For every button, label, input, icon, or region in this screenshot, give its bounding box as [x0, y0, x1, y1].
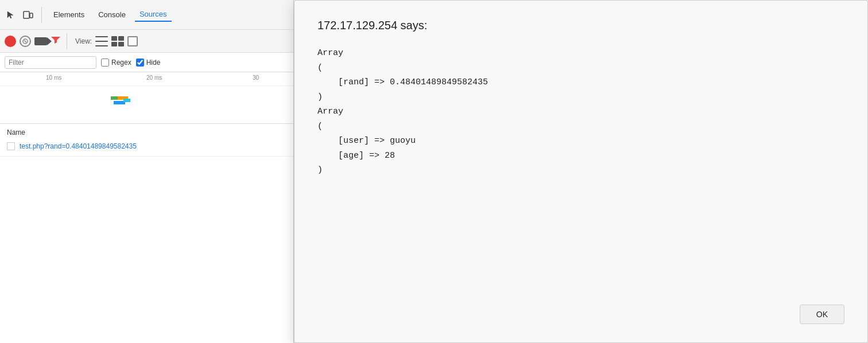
ok-button[interactable]: OK	[800, 305, 844, 324]
timeline-area: 10 ms 20 ms 30	[0, 72, 293, 124]
regex-checkbox[interactable]	[101, 59, 109, 67]
name-item-label: test.php?rand=0.48401489849582435	[20, 142, 137, 150]
name-section: Name test.php?rand=0.48401489849582435	[0, 124, 293, 157]
dialog-box: 172.17.129.254 says: Array ( [rand] => 0…	[294, 0, 868, 343]
timeline-bar-area	[0, 91, 293, 114]
timeline-bar-teal	[123, 99, 130, 102]
svg-line-3	[24, 40, 26, 42]
ruler-mark-30: 30	[253, 75, 259, 81]
dialog-content: Array ( [rand] => 0.48401489849582435 ) …	[317, 46, 844, 295]
filter-input[interactable]	[5, 56, 96, 69]
separator-1	[41, 7, 42, 23]
regex-label: Regex	[101, 59, 131, 67]
filter-icon[interactable]	[51, 36, 61, 47]
view-label: View:	[75, 37, 92, 45]
devtools-panel: Elements Console Sources View:	[0, 0, 294, 343]
svg-rect-1	[30, 13, 33, 18]
dialog-overlay: 172.17.129.254 says: Array ( [rand] => 0…	[294, 0, 868, 343]
dialog-footer: OK	[317, 305, 844, 324]
name-list: test.php?rand=0.48401489849582435	[7, 141, 286, 151]
devtools-toolbar: Elements Console Sources	[0, 0, 293, 30]
filter-row: Regex Hide	[0, 53, 293, 72]
view-checkbox[interactable]	[127, 36, 138, 46]
ruler-mark-20: 20 ms	[146, 75, 162, 81]
timeline-ruler: 10 ms 20 ms 30	[0, 72, 293, 86]
grid-view-button[interactable]	[111, 36, 124, 46]
name-item-checkbox[interactable]	[7, 142, 15, 150]
ruler-mark-10: 10 ms	[46, 75, 61, 81]
video-icon[interactable]	[34, 37, 47, 45]
name-header: Name	[7, 128, 286, 137]
hide-checkbox[interactable]	[136, 59, 144, 67]
svg-rect-0	[24, 11, 29, 18]
stop-button[interactable]	[20, 36, 31, 47]
tab-sources[interactable]: Sources	[135, 7, 172, 22]
devtools-toolbar2: View:	[0, 30, 293, 53]
separator-2	[67, 33, 67, 49]
name-item[interactable]: test.php?rand=0.48401489849582435	[7, 141, 286, 151]
list-view-button[interactable]	[95, 36, 108, 46]
cursor-icon[interactable]	[5, 9, 17, 21]
hide-label: Hide	[136, 59, 161, 67]
device-icon[interactable]	[22, 9, 34, 21]
record-button[interactable]	[5, 36, 16, 47]
tab-console[interactable]: Console	[94, 8, 130, 21]
tab-elements[interactable]: Elements	[49, 8, 89, 21]
dialog-title: 172.17.129.254 says:	[317, 19, 844, 32]
